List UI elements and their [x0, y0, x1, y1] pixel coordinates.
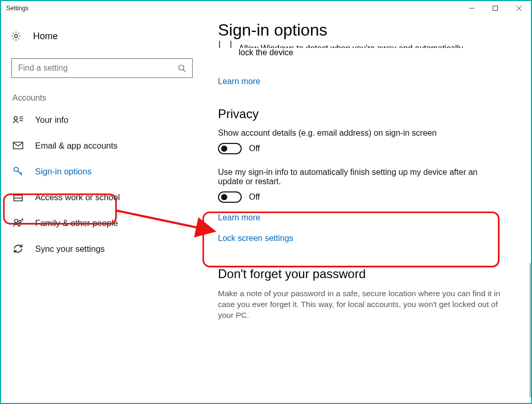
svg-line-14: [21, 172, 22, 174]
sidebar-item-family-people[interactable]: Family & other people: [6, 210, 200, 236]
window-title: Settings: [6, 5, 28, 12]
privacy-setting-2-label: Use my sign-in info to automatically fin…: [218, 168, 497, 186]
svg-line-6: [183, 70, 185, 72]
sidebar-item-your-info[interactable]: Your info: [6, 107, 200, 133]
briefcase-icon: [12, 191, 24, 203]
learn-more-link-2[interactable]: Learn more: [218, 213, 522, 222]
titlebar: Settings: [1, 1, 531, 15]
page-title: Sign-in options: [218, 21, 522, 40]
mail-icon: [12, 140, 24, 151]
sidebar-item-label: Email & app accounts: [35, 141, 118, 151]
maximize-button[interactable]: [483, 1, 507, 15]
privacy-toggle-1-state: Off: [249, 144, 260, 153]
sidebar-item-signin-options[interactable]: Sign-in options: [6, 158, 200, 184]
lock-screen-settings-link[interactable]: Lock screen settings: [218, 234, 522, 243]
sidebar-item-work-school[interactable]: Access work or school: [6, 184, 200, 210]
sidebar-item-sync[interactable]: Sync your settings: [6, 236, 200, 262]
sync-icon: [12, 243, 24, 254]
learn-more-link-1[interactable]: Learn more: [218, 77, 522, 86]
search-icon: [178, 64, 186, 72]
key-icon: [12, 166, 24, 177]
privacy-setting-1-label: Show account details (e.g. email address…: [218, 128, 507, 138]
sidebar-section-label: Accounts: [12, 93, 200, 103]
sidebar-item-label: Your info: [35, 115, 69, 125]
home-label: Home: [33, 31, 58, 42]
main-content: Sign-in options Allow Windows to detect …: [205, 15, 531, 403]
window-controls: [460, 1, 531, 15]
search-input[interactable]: [18, 63, 178, 73]
lock-setting-text-bottom: lock the device: [239, 48, 522, 57]
sidebar-item-label: Family & other people: [35, 218, 118, 228]
sidebar-item-email-accounts[interactable]: Email & app accounts: [6, 133, 200, 158]
gear-icon: [10, 30, 22, 42]
lock-checkbox-partial[interactable]: [219, 41, 231, 48]
privacy-heading: Privacy: [218, 107, 522, 121]
sidebar-item-label: Sign-in options: [35, 167, 91, 176]
svg-rect-1: [493, 6, 498, 11]
sidebar-item-label: Sync your settings: [35, 244, 105, 254]
close-button[interactable]: [507, 1, 531, 15]
sidebar-item-label: Access work or school: [35, 192, 120, 202]
password-heading: Don't forget your password: [218, 267, 522, 281]
privacy-toggle-1[interactable]: [218, 143, 242, 154]
svg-point-4: [14, 35, 18, 38]
lock-setting-text-top: Allow Windows to detect when you're away…: [239, 44, 463, 48]
scrollbar[interactable]: [529, 263, 531, 397]
search-box[interactable]: [11, 58, 193, 78]
svg-point-17: [14, 219, 18, 222]
sidebar: Home Accounts Your info: [1, 15, 205, 403]
privacy-toggle-2[interactable]: [218, 191, 242, 203]
svg-point-18: [19, 220, 21, 223]
privacy-toggle-2-state: Off: [249, 192, 260, 202]
minimize-button[interactable]: [460, 1, 483, 15]
people-icon: [12, 217, 24, 229]
svg-point-5: [179, 65, 184, 70]
svg-point-7: [14, 117, 17, 120]
person-card-icon: [12, 114, 24, 125]
svg-rect-11: [13, 142, 23, 149]
home-button[interactable]: Home: [6, 23, 200, 49]
password-body-text: Make a note of your password in a safe, …: [218, 288, 507, 321]
